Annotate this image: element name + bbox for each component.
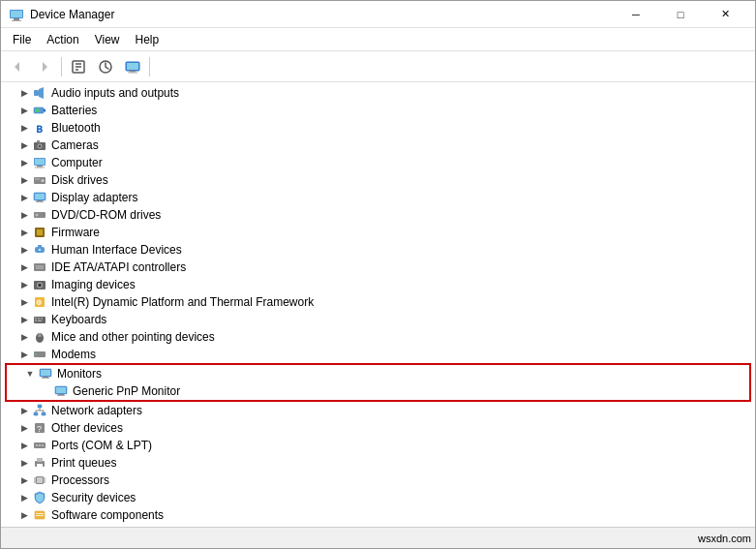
icon-computer: [32, 155, 47, 170]
label-mice: Mice and other pointing devices: [51, 330, 215, 344]
expand-software-components[interactable]: ▶: [16, 507, 32, 523]
icon-monitors: [38, 366, 53, 381]
svg-rect-43: [34, 263, 45, 271]
forward-button[interactable]: [32, 55, 57, 78]
svg-rect-28: [35, 168, 45, 168]
svg-marker-5: [43, 62, 47, 72]
tree-item-network[interactable]: ▶ Network adapters: [1, 402, 755, 419]
tree-item-mice[interactable]: ▶ Mice and other pointing devices: [1, 328, 755, 346]
expand-processors[interactable]: ▶: [16, 473, 32, 488]
tree-item-computer[interactable]: ▶ Computer: [1, 154, 755, 171]
tree-item-bluetooth[interactable]: ▶ ʙ Bluetooth: [1, 119, 755, 137]
svg-point-42: [39, 249, 41, 251]
menu-file[interactable]: File: [5, 31, 39, 48]
expand-ide[interactable]: ▶: [16, 259, 32, 275]
label-bluetooth: Bluetooth: [51, 121, 101, 135]
expand-bluetooth[interactable]: ▶: [16, 120, 32, 136]
svg-rect-72: [38, 405, 42, 408]
tree-item-firmware[interactable]: ▶ Firmware: [1, 224, 755, 241]
tree-item-audio[interactable]: ▶ Audio inputs and outputs: [1, 84, 755, 102]
tree-item-intel[interactable]: ▶ ⚙ Intel(R) Dynamic Platform and Therma…: [1, 293, 755, 311]
svg-rect-53: [35, 318, 37, 320]
tree-item-processors[interactable]: ▶ Processors: [1, 472, 755, 489]
expand-disk[interactable]: ▶: [16, 172, 32, 188]
icon-modems: [32, 347, 47, 362]
icon-keyboards: [32, 312, 47, 327]
icon-print: [32, 455, 47, 471]
tree-item-cameras[interactable]: ▶ Cameras: [1, 137, 755, 154]
tree-item-monitors[interactable]: ▼ Monitors: [7, 365, 749, 382]
expand-hid[interactable]: ▶: [16, 242, 32, 258]
expand-computer[interactable]: ▶: [16, 155, 32, 170]
tree-item-dvd[interactable]: ▶ DVD/CD-ROM drives: [1, 206, 755, 224]
tree-item-display[interactable]: ▶ Display adapters: [1, 189, 755, 206]
tree-item-modems[interactable]: ▶ Modems: [1, 346, 755, 363]
expand-keyboards[interactable]: ▶: [16, 312, 32, 327]
expand-imaging[interactable]: ▶: [16, 277, 32, 292]
expand-other[interactable]: ▶: [16, 420, 32, 436]
minimize-button[interactable]: ─: [614, 1, 658, 28]
toolbar-sep-2: [149, 57, 150, 76]
svg-marker-16: [39, 87, 44, 99]
icon-cameras: [32, 137, 47, 153]
device-tree[interactable]: ▶ Audio inputs and outputs ▶ Batteries ▶: [1, 82, 755, 527]
icon-bluetooth: ʙ: [32, 120, 47, 136]
expand-audio[interactable]: ▶: [16, 85, 32, 101]
svg-point-84: [42, 444, 44, 446]
menu-action[interactable]: Action: [39, 31, 86, 48]
expand-batteries[interactable]: ▶: [16, 103, 32, 118]
icon-software-components: [32, 507, 47, 523]
maximize-button[interactable]: □: [658, 1, 703, 28]
expand-display[interactable]: ▶: [16, 190, 32, 205]
device-manager-button[interactable]: [120, 55, 145, 78]
expand-security[interactable]: ▶: [16, 490, 32, 505]
expand-mice[interactable]: ▶: [16, 329, 32, 345]
svg-rect-73: [34, 412, 38, 415]
toolbar: [1, 51, 755, 82]
expand-intel[interactable]: ▶: [16, 294, 32, 310]
icon-disk: [32, 172, 47, 188]
tree-item-generic-pnp[interactable]: Generic PnP Monitor: [7, 382, 749, 400]
svg-point-49: [39, 285, 41, 287]
expand-ports[interactable]: ▶: [16, 438, 32, 453]
tree-item-software-components[interactable]: ▶ Software components: [1, 506, 755, 524]
tree-item-disk[interactable]: ▶ Disk drives: [1, 171, 755, 189]
properties-button[interactable]: [66, 55, 91, 78]
menu-view[interactable]: View: [87, 31, 128, 48]
expand-firmware[interactable]: ▶: [16, 225, 32, 240]
svg-point-62: [35, 353, 37, 355]
expand-cameras[interactable]: ▶: [16, 137, 32, 153]
svg-rect-87: [37, 464, 43, 468]
svg-rect-65: [41, 370, 50, 376]
close-button[interactable]: ✕: [703, 1, 747, 28]
tree-item-security[interactable]: ▶ Security devices: [1, 489, 755, 506]
tree-item-hid[interactable]: ▶ Human Interface Devices: [1, 241, 755, 259]
title-bar-left: Device Manager: [9, 7, 114, 22]
tree-item-ide[interactable]: ▶ IDE ATA/ATAPI controllers: [1, 259, 755, 276]
tree-item-imaging[interactable]: ▶ Imaging devices: [1, 276, 755, 293]
svg-rect-35: [36, 201, 44, 202]
expand-network[interactable]: ▶: [16, 403, 32, 418]
expand-monitors[interactable]: ▼: [22, 366, 38, 381]
tree-item-batteries[interactable]: ▶ Batteries: [1, 102, 755, 119]
tree-item-print[interactable]: ▶ Print queues: [1, 454, 755, 472]
tree-item-keyboards[interactable]: ▶ Keyboards: [1, 311, 755, 328]
menu-help[interactable]: Help: [128, 31, 167, 48]
tree-item-ports[interactable]: ▶ Ports (COM & LPT): [1, 437, 755, 454]
svg-point-37: [36, 214, 39, 217]
svg-rect-97: [36, 513, 44, 514]
device-manager-window: Device Manager ─ □ ✕ File Action View He…: [0, 0, 756, 549]
svg-rect-31: [35, 179, 40, 180]
back-button[interactable]: [5, 55, 30, 78]
content-area: ▶ Audio inputs and outputs ▶ Batteries ▶: [1, 82, 755, 527]
svg-rect-19: [35, 108, 40, 112]
scan-button[interactable]: [93, 55, 118, 78]
expand-print[interactable]: ▶: [16, 455, 32, 471]
tree-item-other[interactable]: ▶ ? Other devices: [1, 419, 755, 437]
label-ports: Ports (COM & LPT): [51, 439, 152, 452]
expand-dvd[interactable]: ▶: [16, 207, 32, 223]
status-text: wsxdn.com: [698, 533, 751, 544]
label-ide: IDE ATA/ATAPI controllers: [51, 260, 186, 274]
label-cameras: Cameras: [51, 138, 99, 152]
expand-modems[interactable]: ▶: [16, 347, 32, 362]
